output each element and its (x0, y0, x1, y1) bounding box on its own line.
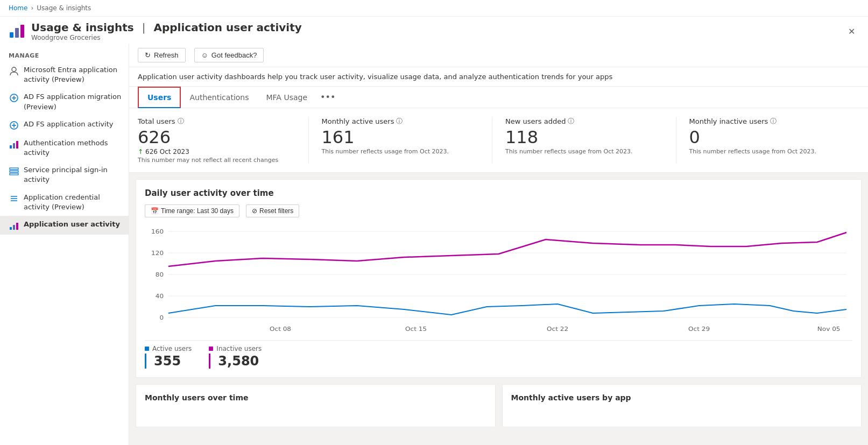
sidebar: Manage Microsoft Entra application activ… (0, 44, 129, 445)
svg-text:Nov 05: Nov 05 (817, 326, 841, 333)
svg-text:80: 80 (156, 271, 164, 278)
svg-text:40: 40 (156, 293, 164, 300)
new-users-label: New users added (505, 117, 566, 125)
adfs2-icon (9, 120, 19, 131)
stat-new-users: New users added ⓘ 118 This number reflec… (505, 117, 676, 164)
close-button[interactable]: ✕ (844, 24, 859, 39)
stat-monthly-inactive: Monthly inactive users ⓘ 0 This number r… (689, 117, 860, 164)
new-users-info-icon[interactable]: ⓘ (568, 117, 574, 126)
description-text: Application user activity dashboards hel… (138, 73, 612, 81)
sidebar-item-adfs-migration[interactable]: AD FS application migration (Preview) (0, 88, 129, 115)
adfs-icon (9, 93, 19, 103)
svg-text:Oct 15: Oct 15 (405, 326, 427, 333)
stat-monthly-active: Monthly active users ⓘ 161 This number r… (322, 117, 493, 164)
breadcrumb-current: Usage & insights (37, 4, 91, 12)
total-users-label: Total users (138, 117, 175, 125)
active-users-dot (145, 347, 149, 351)
feedback-icon: ☺ (201, 51, 208, 59)
monthly-active-by-app-title: Monthly active users by app (511, 393, 853, 402)
sidebar-item-app-credential[interactable]: Application credential activity (Preview… (0, 189, 129, 216)
total-users-info-icon[interactable]: ⓘ (178, 117, 184, 126)
tab-more[interactable]: ••• (316, 87, 340, 108)
tab-authentications[interactable]: Authentications (181, 88, 257, 108)
stat-total-users: Total users ⓘ 626 ↑ 626 Oct 2023 This nu… (138, 117, 309, 164)
sidebar-manage-label: Manage (0, 48, 129, 61)
svg-text:Oct 22: Oct 22 (547, 326, 568, 333)
sidebar-item-adfs-activity[interactable]: AD FS application activity (0, 116, 129, 135)
sidebar-item-service-principal[interactable]: Service principal sign-in activity (0, 161, 129, 188)
inactive-users-legend-value: 3,580 (209, 354, 262, 369)
sidebar-item-label: Application credential activity (Preview… (24, 193, 122, 212)
refresh-button[interactable]: ↻ Refresh (138, 48, 186, 62)
org-name: Woodgrove Groceries (31, 34, 302, 41)
sidebar-item-label: AD FS application migration (Preview) (24, 92, 122, 111)
sidebar-item-label: AD FS application activity (24, 119, 122, 129)
sidebar-item-label: Application user activity (24, 220, 122, 229)
total-users-note: This number may not reflect all recent c… (138, 157, 295, 164)
calendar-icon: 📅 (151, 207, 159, 215)
page-title: Usage & insights | Application user acti… (31, 21, 302, 34)
monthly-inactive-note: This number reflects usage from Oct 2023… (689, 148, 847, 155)
refresh-icon: ↻ (145, 51, 151, 59)
monthly-active-info-icon[interactable]: ⓘ (396, 117, 403, 126)
total-users-value: 626 (138, 128, 295, 147)
new-users-note: This number reflects usage from Oct 2023… (505, 148, 663, 155)
legend-inactive-users: Inactive users 3,580 (209, 345, 262, 369)
chart-controls: 📅 Time range: Last 30 days ⊘ Reset filte… (145, 204, 852, 217)
monthly-inactive-value: 0 (689, 128, 847, 147)
monthly-users-time-title: Monthly users over time (145, 393, 486, 402)
svg-rect-16 (13, 225, 15, 230)
legend-active-users: Active users 355 (145, 345, 192, 369)
description-bar: Application user activity dashboards hel… (129, 67, 868, 87)
sidebar-item-label: Microsoft Entra application activity (Pr… (24, 65, 122, 84)
list-icon (9, 193, 19, 204)
person-icon (9, 66, 19, 76)
svg-rect-7 (13, 143, 15, 149)
tab-users[interactable]: Users (138, 87, 181, 108)
tab-mfa[interactable]: MFA Usage (258, 88, 316, 108)
time-range-button[interactable]: 📅 Time range: Last 30 days (145, 204, 239, 217)
svg-point-3 (12, 67, 16, 72)
sidebar-item-auth-methods[interactable]: Authentication methods activity (0, 135, 129, 161)
svg-text:160: 160 (151, 228, 164, 235)
chart-section: Daily user activity over time 📅 Time ran… (136, 179, 862, 378)
active-users-legend-label: Active users (152, 345, 192, 352)
reset-filters-button[interactable]: ⊘ Reset filters (246, 204, 299, 217)
svg-rect-2 (20, 25, 24, 38)
svg-text:120: 120 (151, 250, 164, 257)
svg-rect-0 (10, 32, 13, 38)
breadcrumb: Home › Usage & insights (0, 0, 868, 17)
chart-area: 160 120 80 40 0 Oct 08 Oct 15 Oct 22 Oct… (145, 226, 852, 334)
breadcrumb-home[interactable]: Home (9, 4, 27, 12)
chart-icon (9, 139, 19, 150)
svg-rect-11 (10, 173, 18, 175)
breadcrumb-sep: › (31, 4, 33, 12)
inactive-users-legend-label: Inactive users (216, 345, 262, 352)
chart-title: Daily user activity over time (145, 188, 852, 198)
svg-text:0: 0 (159, 314, 164, 321)
inactive-users-dot (209, 347, 213, 351)
bar-icon (9, 220, 19, 231)
svg-text:Oct 08: Oct 08 (270, 326, 291, 333)
sidebar-item-label: Service principal sign-in activity (24, 165, 122, 185)
sidebar-item-entra-app[interactable]: Microsoft Entra application activity (Pr… (0, 61, 129, 88)
monthly-active-by-app-card: Monthly active users by app (502, 384, 862, 427)
page-title-group: Usage & insights | Application user acti… (31, 21, 302, 41)
sidebar-item-app-user-activity[interactable]: Application user activity (0, 216, 129, 235)
svg-rect-1 (15, 28, 19, 38)
svg-rect-8 (16, 141, 18, 149)
svg-rect-15 (10, 227, 12, 230)
monthly-active-note: This number reflects usage from Oct 2023… (322, 148, 479, 155)
filter-icon: ⊘ (252, 207, 257, 215)
page-header: Usage & insights | Application user acti… (0, 17, 868, 44)
sidebar-item-label: Authentication methods activity (24, 138, 122, 158)
tabs-bar: Users Authentications MFA Usage ••• (129, 87, 868, 108)
new-users-value: 118 (505, 128, 663, 147)
table-icon (9, 166, 19, 176)
monthly-inactive-label: Monthly inactive users (689, 117, 768, 125)
monthly-users-time-card: Monthly users over time (136, 384, 496, 427)
monthly-inactive-info-icon[interactable]: ⓘ (770, 117, 777, 126)
feedback-button[interactable]: ☺ Got feedback? (194, 48, 264, 62)
chart-legend: Active users 355 Inactive users 3,580 (145, 340, 852, 369)
stats-row: Total users ⓘ 626 ↑ 626 Oct 2023 This nu… (129, 108, 868, 173)
